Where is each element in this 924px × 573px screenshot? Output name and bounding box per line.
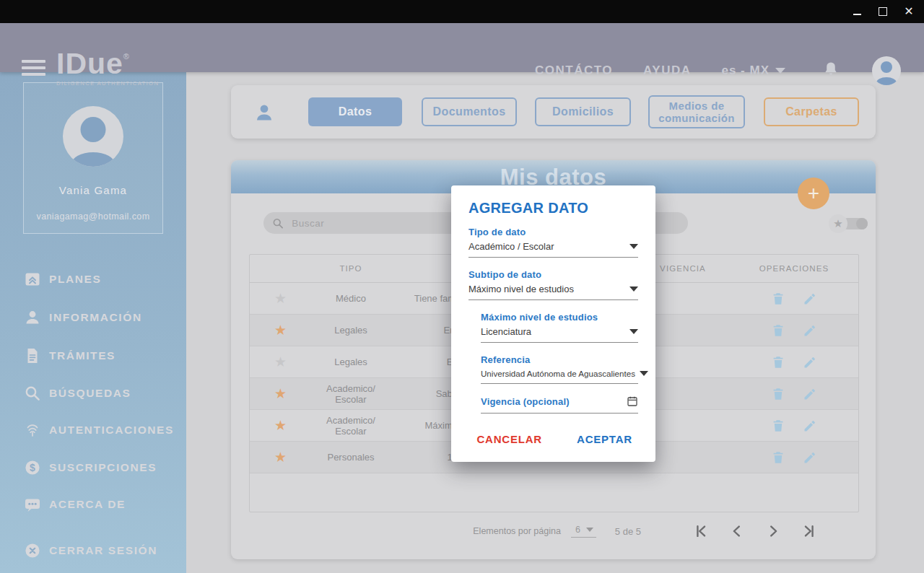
maximo-nivel-select[interactable]: Licenciatura bbox=[481, 326, 638, 343]
tipo-de-dato-select[interactable]: Académico / Escolar bbox=[468, 241, 638, 258]
chevron-down-icon bbox=[640, 371, 648, 376]
accept-button[interactable]: ACEPTAR bbox=[572, 432, 637, 446]
field-referencia: Referencia Universidad Autónoma de Aguas… bbox=[481, 354, 638, 384]
field-label: Tipo de dato bbox=[468, 227, 638, 237]
cancel-button[interactable]: CANCELAR bbox=[472, 432, 546, 446]
window-titlebar: ✕ bbox=[0, 0, 924, 23]
chevron-down-icon bbox=[629, 286, 638, 292]
chevron-down-icon bbox=[629, 244, 638, 249]
dialog-title: AGREGAR DATO bbox=[468, 200, 638, 216]
calendar-icon bbox=[627, 395, 638, 407]
field-value: Académico / Escolar bbox=[468, 241, 554, 252]
field-label: Máximo nivel de estudios bbox=[481, 312, 638, 323]
chevron-down-icon bbox=[629, 329, 638, 334]
minimize-icon[interactable] bbox=[849, 4, 865, 19]
field-vigencia: Vigencia (opcional) bbox=[481, 395, 638, 414]
field-value: Máximo nivel de estudios bbox=[468, 284, 574, 294]
subtipo-de-dato-select[interactable]: Máximo nivel de estudios bbox=[468, 284, 638, 300]
field-subtipo-de-dato: Subtipo de dato Máximo nivel de estudios bbox=[468, 269, 638, 300]
vigencia-date-input[interactable]: Vigencia (opcional) bbox=[481, 395, 638, 414]
field-label: Vigencia (opcional) bbox=[481, 396, 570, 407]
field-value: Universidad Autónoma de Aguascalientes bbox=[481, 369, 635, 378]
referencia-select[interactable]: Universidad Autónoma de Aguascalientes bbox=[481, 369, 638, 384]
field-tipo-de-dato: Tipo de dato Académico / Escolar bbox=[468, 227, 638, 258]
field-maximo-nivel: Máximo nivel de estudios Licenciatura bbox=[481, 312, 638, 343]
maximize-icon[interactable] bbox=[875, 4, 891, 19]
field-value: Licenciatura bbox=[481, 326, 531, 337]
close-icon[interactable]: ✕ bbox=[901, 4, 917, 19]
app-window: ✕ IDue® DILIGENCE AUTHENTICATION CONTÁCT… bbox=[0, 0, 924, 573]
field-label: Referencia bbox=[481, 354, 638, 365]
field-label: Subtipo de dato bbox=[468, 269, 638, 280]
agregar-dato-dialog: AGREGAR DATO Tipo de dato Académico / Es… bbox=[451, 185, 655, 462]
